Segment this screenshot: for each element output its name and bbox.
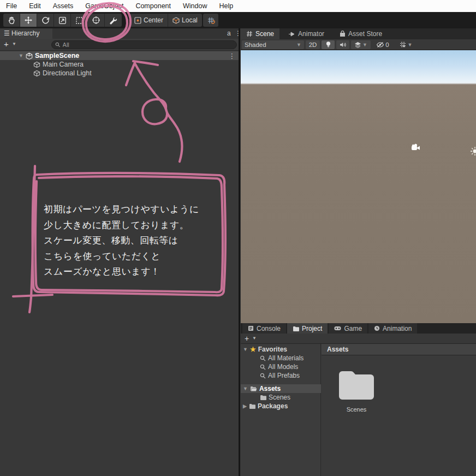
scene-viewport[interactable]: [241, 50, 476, 323]
hierarchy-lock-icon[interactable]: a: [227, 28, 231, 39]
menu-edit[interactable]: Edit: [23, 0, 47, 12]
audio-toggle-button[interactable]: [336, 40, 349, 49]
tree-item-label: All Models: [268, 363, 298, 371]
tab-console-label: Console: [257, 325, 281, 332]
pivot-toggle-label: Center: [144, 16, 163, 24]
hidden-count-label: 0: [385, 41, 389, 48]
animator-icon: [288, 31, 295, 37]
project-tree: ▼ ★ Favorites All Materials All Models: [241, 344, 321, 476]
search-icon: [260, 364, 266, 370]
create-asset-dropdown-icon[interactable]: ▼: [252, 336, 257, 341]
tab-game[interactable]: Game: [329, 323, 367, 334]
tree-item-all-models[interactable]: All Models: [241, 362, 321, 371]
move-icon: [24, 16, 33, 25]
project-toolbar: + ▼: [241, 334, 476, 344]
expander-icon[interactable]: ▶: [243, 403, 247, 409]
pivot-center-icon: [134, 17, 141, 24]
annotation-text: 初期はパーツを見つけやすいように 少し大きめに配置しております。 スケール変更、…: [44, 201, 227, 279]
tab-animator[interactable]: Animator: [283, 28, 330, 39]
hierarchy-search-field[interactable]: [51, 40, 237, 49]
custom-tool-button[interactable]: [105, 14, 122, 27]
scene-grid-icon: [246, 31, 253, 37]
expander-icon[interactable]: ▼: [243, 347, 248, 352]
draw-mode-dropdown[interactable]: Shaded ▼: [242, 40, 304, 49]
folder-icon: [293, 326, 299, 331]
gameobject-cube-icon: [33, 70, 40, 77]
tab-animation[interactable]: Animation: [368, 323, 417, 334]
scene-kebab-icon[interactable]: ⋮: [229, 52, 236, 60]
tab-scene[interactable]: Scene: [241, 28, 279, 39]
tree-item-scenes[interactable]: Scenes: [241, 393, 321, 402]
console-icon: [248, 325, 254, 331]
menu-component[interactable]: Component: [129, 0, 177, 12]
rotate-tool-button[interactable]: [37, 14, 54, 27]
object-label: Directional Light: [43, 69, 92, 77]
scale-icon: [58, 16, 67, 25]
grid-snap-button[interactable]: [203, 14, 218, 27]
tab-project[interactable]: Project: [287, 323, 328, 334]
speaker-icon: [340, 41, 347, 48]
tab-console[interactable]: Console: [242, 323, 286, 334]
scene-visibility-button[interactable]: 0: [372, 40, 393, 49]
local-cube-icon: [172, 17, 180, 24]
scene-grid-dropdown-button[interactable]: ▼: [395, 40, 416, 49]
pivot-orientation-group: Center Local: [130, 14, 202, 27]
tab-project-label: Project: [302, 325, 322, 332]
main-toolbar: Center Local: [0, 12, 476, 28]
hierarchy-row-scene[interactable]: ▼ SampleScene ⋮: [0, 51, 239, 60]
search-icon: [55, 42, 61, 47]
gameobject-cube-icon: [33, 61, 40, 68]
hierarchy-row-main-camera[interactable]: Main Camera: [0, 60, 239, 69]
effects-dropdown-button[interactable]: ▼: [351, 40, 371, 49]
menu-gameobject[interactable]: GameObject: [79, 0, 129, 12]
tree-item-label: All Materials: [268, 354, 304, 362]
menu-help[interactable]: Help: [213, 0, 239, 12]
hand-tool-button[interactable]: [3, 14, 20, 27]
tab-asset-store[interactable]: Asset Store: [334, 28, 388, 39]
chevron-down-icon: ▼: [362, 42, 367, 47]
tree-item-all-materials[interactable]: All Materials: [241, 354, 321, 362]
clock-icon: [374, 325, 380, 331]
hierarchy-tab[interactable]: ☰ Hierarchy: [0, 28, 52, 39]
create-dropdown-icon[interactable]: ▼: [12, 41, 16, 46]
chevron-down-icon: ▼: [296, 42, 301, 47]
menu-window[interactable]: Window: [177, 0, 213, 12]
tree-item-label: Scenes: [269, 394, 290, 401]
tree-item-assets[interactable]: ▼ Assets: [241, 384, 321, 393]
asset-folder-tile[interactable]: Scenes: [335, 369, 378, 413]
annotation-line: スムーズかなと思います！: [44, 264, 227, 279]
menu-assets[interactable]: Assets: [47, 0, 80, 12]
move-tool-button[interactable]: [20, 14, 37, 27]
lighting-toggle-button[interactable]: [322, 40, 335, 49]
right-area: Scene Animator Asset Store Shaded ▼ 2D: [241, 28, 476, 476]
pivot-toggle-button[interactable]: Center: [130, 14, 168, 27]
tab-animator-label: Animator: [298, 30, 324, 38]
create-asset-button[interactable]: +: [245, 334, 249, 343]
tree-item-favorites[interactable]: ▼ ★ Favorites: [241, 345, 321, 354]
object-label: Main Camera: [43, 61, 84, 68]
asset-store-bag-icon: [340, 31, 346, 37]
2d-toggle-button[interactable]: 2D: [306, 40, 320, 49]
create-object-button[interactable]: +: [4, 39, 9, 49]
grid-axis-icon: [399, 41, 407, 48]
tree-item-all-prefabs[interactable]: All Prefabs: [241, 371, 321, 380]
eye-off-icon: [376, 41, 384, 48]
tab-scene-label: Scene: [255, 30, 274, 38]
menu-file[interactable]: File: [0, 0, 23, 12]
tree-item-label: Assets: [259, 385, 281, 392]
expander-icon[interactable]: ▼: [243, 386, 248, 391]
scale-tool-button[interactable]: [54, 14, 71, 27]
orientation-toggle-button[interactable]: Local: [168, 14, 202, 27]
hierarchy-row-directional-light[interactable]: Directional Light: [0, 69, 239, 78]
2d-label: 2D: [309, 41, 317, 48]
rect-icon: [75, 16, 84, 25]
tree-item-packages[interactable]: ▶ Packages: [241, 402, 321, 410]
sun-gizmo-icon[interactable]: [470, 146, 476, 156]
effects-stack-icon: [354, 41, 361, 48]
hierarchy-search-input[interactable]: [63, 41, 233, 48]
expander-icon[interactable]: ▼: [19, 53, 23, 58]
rect-tool-button[interactable]: [71, 14, 88, 27]
transform-tool-button[interactable]: [88, 14, 105, 27]
scene-name-label: SampleScene: [35, 52, 79, 59]
camera-gizmo-icon[interactable]: [410, 144, 421, 151]
